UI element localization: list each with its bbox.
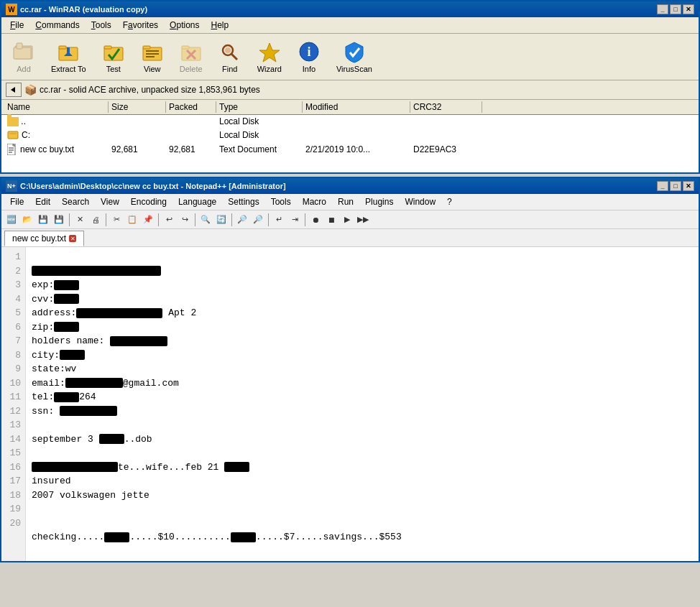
np-menu-file[interactable]: File: [4, 195, 29, 208]
np-undo-btn[interactable]: ↩: [162, 213, 176, 227]
svg-rect-13: [146, 56, 155, 57]
menu-favorites[interactable]: Favorites: [117, 19, 164, 32]
extract-icon: [57, 40, 80, 63]
col-modified[interactable]: Modified: [303, 101, 410, 113]
np-menu-language[interactable]: Language: [172, 195, 222, 208]
menu-help[interactable]: Help: [205, 19, 234, 32]
np-close-doc-btn[interactable]: ✕: [73, 213, 87, 227]
notepad-menu-bar: File Edit Search View Encoding Language …: [1, 194, 699, 210]
col-size[interactable]: Size: [109, 101, 166, 113]
np-save-btn[interactable]: 💾: [36, 213, 50, 227]
svg-text:i: i: [307, 45, 310, 59]
np-copy-btn[interactable]: 📋: [125, 213, 139, 227]
menu-options[interactable]: Options: [164, 19, 205, 32]
file-name-cell: C:: [4, 129, 109, 142]
toolbar-extract[interactable]: Extract To: [45, 37, 93, 77]
svg-rect-15: [182, 46, 189, 49]
toolbar-view[interactable]: View: [134, 37, 170, 77]
col-name[interactable]: Name: [4, 101, 109, 113]
editor-content[interactable]: exp: cvv: address: Apt 2 zip: holders na…: [26, 247, 699, 561]
np-tab-close-btn[interactable]: ✕: [69, 235, 76, 242]
toolbar-info[interactable]: i Info: [291, 37, 327, 77]
address-bar: 📦 cc.rar - solid ACE archive, unpacked s…: [1, 80, 699, 100]
np-redo-btn[interactable]: ↪: [178, 213, 192, 227]
np-menu-window[interactable]: Window: [399, 195, 441, 208]
np-menu-tools[interactable]: Tools: [265, 195, 297, 208]
toolbar-sep-7: [305, 213, 305, 226]
col-type[interactable]: Type: [216, 101, 303, 113]
toolbar-test-label: Test: [106, 65, 121, 73]
np-menu-help[interactable]: ?: [441, 195, 458, 208]
back-button[interactable]: [6, 83, 22, 97]
line13-suffix: ..dob: [124, 434, 152, 445]
maximize-button[interactable]: □: [670, 4, 681, 14]
np-find-btn[interactable]: 🔍: [198, 213, 213, 227]
np-tab-label: new cc buy.txt: [12, 233, 66, 244]
toolbar-delete[interactable]: Delete: [173, 37, 209, 77]
np-menu-macro[interactable]: Macro: [297, 195, 332, 208]
packed-cell: 92,681: [166, 143, 216, 156]
table-row[interactable]: C: Local Disk: [1, 128, 699, 142]
notepad-title-bar: N+ C:\Users\admin\Desktop\cc\new cc buy.…: [1, 178, 699, 194]
np-zoom-in-btn[interactable]: 🔎: [235, 213, 249, 227]
np-new-btn[interactable]: 🆕: [4, 213, 19, 227]
toolbar-sep-1: [69, 213, 70, 226]
np-save-all-btn[interactable]: 💾: [52, 213, 66, 227]
toolbar-add[interactable]: Add: [6, 37, 42, 77]
table-row[interactable]: new cc buy.txt 92,681 92,681 Text Docume…: [1, 142, 699, 157]
modified-cell: [303, 116, 410, 127]
wizard-icon: [258, 40, 281, 63]
np-minimize-button[interactable]: _: [657, 181, 668, 191]
np-menu-edit[interactable]: Edit: [29, 195, 56, 208]
np-macro-run-btn[interactable]: ▶▶: [356, 213, 370, 227]
np-cut-btn[interactable]: ✂: [109, 213, 124, 227]
toolbar-sep-2: [106, 213, 106, 226]
notepad-window: N+ C:\Users\admin\Desktop\cc\new cc buy.…: [0, 177, 700, 562]
svg-rect-1: [14, 47, 31, 59]
np-menu-settings[interactable]: Settings: [222, 195, 264, 208]
redacted-line1: [32, 266, 161, 276]
table-row[interactable]: .. Local Disk: [1, 115, 699, 128]
toolbar-find[interactable]: Find: [212, 37, 248, 77]
np-tab-active[interactable]: new cc buy.txt ✕: [4, 231, 84, 246]
title-bar-buttons: _ □ ✕: [657, 4, 694, 14]
toolbar-virusscan[interactable]: VirusScan: [330, 37, 379, 77]
menu-tools[interactable]: Tools: [86, 19, 117, 32]
np-menu-plugins[interactable]: Plugins: [359, 195, 399, 208]
close-button[interactable]: ✕: [683, 4, 694, 14]
np-maximize-button[interactable]: □: [670, 181, 681, 191]
np-macro-play-btn[interactable]: ▶: [340, 213, 354, 227]
virusscan-icon: [343, 40, 366, 63]
np-macro-record-btn[interactable]: ⏺: [308, 213, 323, 227]
notepad-editor[interactable]: 12345 678910 1112131415 1617181920 exp: …: [1, 247, 699, 561]
redacted-holder: [110, 336, 167, 346]
np-menu-encoding[interactable]: Encoding: [125, 195, 172, 208]
menu-commands[interactable]: Commands: [29, 19, 85, 32]
toolbar-sep-6: [268, 213, 269, 226]
np-paste-btn[interactable]: 📌: [141, 213, 155, 227]
redacted-checking2: [231, 532, 256, 542]
col-crc32[interactable]: CRC32: [410, 101, 482, 113]
toolbar-delete-label: Delete: [180, 65, 203, 73]
redacted-zip: [54, 322, 79, 332]
svg-rect-11: [146, 50, 159, 52]
menu-file[interactable]: File: [4, 19, 29, 32]
toolbar-wizard[interactable]: Wizard: [251, 37, 288, 77]
packed-cell: [166, 116, 216, 127]
line8: state:wv: [32, 363, 76, 374]
np-open-btn[interactable]: 📂: [20, 213, 34, 227]
np-menu-view[interactable]: View: [95, 195, 125, 208]
np-zoom-out-btn[interactable]: 🔎: [251, 213, 265, 227]
svg-rect-12: [146, 53, 159, 55]
np-menu-run[interactable]: Run: [332, 195, 359, 208]
np-replace-btn[interactable]: 🔄: [214, 213, 229, 227]
np-macro-stop-btn[interactable]: ⏹: [324, 213, 339, 227]
minimize-button[interactable]: _: [657, 4, 668, 14]
np-indent-btn[interactable]: ⇥: [287, 213, 302, 227]
np-close-button[interactable]: ✕: [683, 181, 694, 191]
np-menu-search[interactable]: Search: [56, 195, 95, 208]
col-packed[interactable]: Packed: [166, 101, 216, 113]
np-print-btn[interactable]: 🖨: [88, 213, 103, 227]
np-wordwrap-btn[interactable]: ↵: [272, 213, 286, 227]
toolbar-test[interactable]: Test: [96, 37, 132, 77]
